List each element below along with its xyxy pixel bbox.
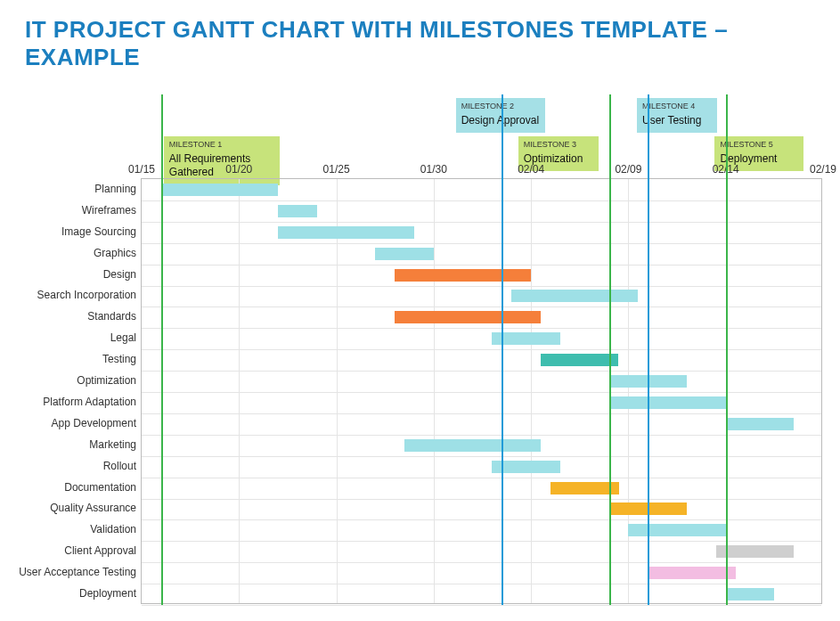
gantt-bar bbox=[395, 269, 531, 282]
task-label: Optimization bbox=[3, 374, 136, 387]
task-label: Deployment bbox=[3, 587, 136, 600]
x-tick-label: 01/30 bbox=[420, 163, 447, 176]
task-label: App Development bbox=[3, 417, 136, 429]
milestone-line bbox=[161, 94, 163, 605]
task-label: Client Approval bbox=[3, 544, 136, 557]
gantt-bar bbox=[541, 354, 618, 366]
milestone-box: MILESTONE 2Design Approval bbox=[456, 98, 545, 133]
x-tick-label: 02/19 bbox=[810, 163, 836, 176]
task-label: Quality Assurance bbox=[3, 502, 136, 514]
task-label: Planning bbox=[3, 183, 136, 195]
task-label: Rollout bbox=[3, 460, 136, 472]
task-label: Documentation bbox=[3, 481, 136, 494]
task-label: Validation bbox=[3, 523, 136, 535]
task-label: Standards bbox=[3, 310, 136, 323]
plot-area: 01/1501/2001/2501/3002/0402/0902/1402/19 bbox=[141, 178, 822, 604]
milestone-line bbox=[502, 94, 503, 605]
task-label: Wireframes bbox=[3, 204, 136, 217]
gantt-bar bbox=[716, 545, 794, 558]
gantt-bar bbox=[628, 524, 725, 536]
gantt-bar bbox=[726, 588, 775, 601]
gantt-bar bbox=[278, 205, 317, 217]
task-label: Platform Adaptation bbox=[3, 396, 136, 408]
task-label: Design bbox=[3, 268, 136, 281]
task-label: Graphics bbox=[3, 247, 136, 259]
x-tick-label: 01/20 bbox=[225, 163, 252, 176]
gantt-chart: MILESTONE 1All Requirements GatheredMILE… bbox=[0, 45, 840, 621]
gantt-bar bbox=[278, 226, 414, 239]
gantt-bar bbox=[161, 184, 278, 196]
task-label: Testing bbox=[3, 353, 136, 365]
gantt-bar bbox=[395, 311, 541, 323]
milestone-line bbox=[609, 94, 611, 605]
gantt-bar bbox=[375, 248, 434, 260]
gantt-bar bbox=[404, 439, 541, 452]
x-tick-label: 01/15 bbox=[128, 163, 155, 176]
task-label: Marketing bbox=[3, 438, 136, 451]
task-label: User Acceptance Testing bbox=[3, 566, 136, 578]
task-label: Search Incorporation bbox=[3, 289, 136, 301]
gantt-bar bbox=[648, 567, 735, 579]
x-tick-label: 01/25 bbox=[323, 163, 350, 176]
milestone-line bbox=[726, 94, 728, 605]
task-label: Legal bbox=[3, 331, 136, 344]
gantt-bar bbox=[511, 290, 638, 302]
x-tick-label: 02/09 bbox=[615, 163, 641, 176]
gantt-bar bbox=[726, 418, 795, 430]
gantt-bar bbox=[609, 396, 726, 409]
x-tick-label: 02/04 bbox=[518, 163, 544, 176]
milestone-line bbox=[648, 94, 649, 605]
task-label: Image Sourcing bbox=[3, 225, 136, 238]
